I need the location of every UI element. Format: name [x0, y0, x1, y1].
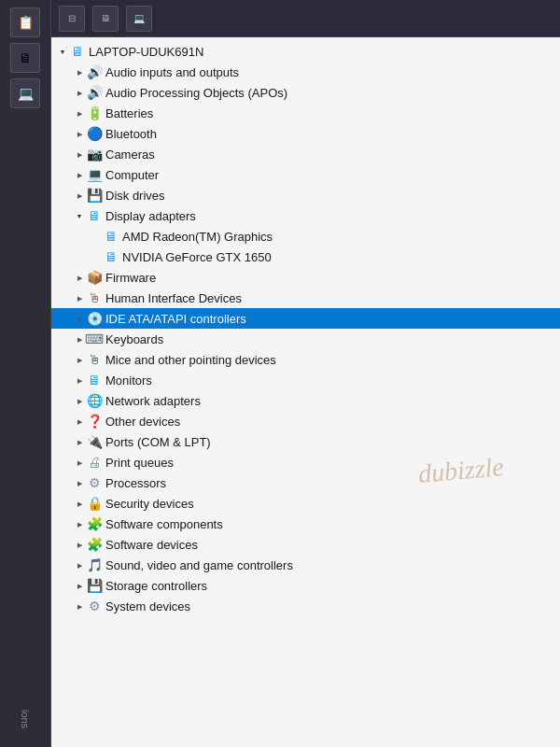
hid-expander	[72, 290, 87, 305]
tree-item-sound[interactable]: 🎵Sound, video and game controllers	[51, 555, 560, 575]
bluetooth-icon: 🔵	[87, 126, 102, 141]
tree-item-ide[interactable]: 💿IDE ATA/ATAPI controllers	[51, 308, 560, 329]
tree-item-batteries[interactable]: 🔋Batteries	[51, 103, 560, 123]
display-expander	[72, 208, 87, 223]
other-icon: ❓	[87, 414, 102, 429]
storage-label: Storage controllers	[105, 579, 207, 593]
bluetooth-expander	[72, 126, 87, 141]
sw-devices-icon: 🧩	[87, 537, 102, 552]
system-expander	[72, 599, 87, 613]
ide-label: IDE ATA/ATAPI controllers	[105, 312, 246, 326]
firmware-label: Firmware	[105, 271, 156, 285]
root-label: LAPTOP-UDUK691N	[89, 45, 203, 59]
computer-label: Computer	[105, 168, 159, 182]
sw-components-expander	[72, 516, 87, 531]
mice-expander	[72, 352, 87, 367]
tree-item-keyboards[interactable]: ⌨Keyboards	[51, 329, 560, 349]
sw-components-label: Software components	[105, 517, 223, 531]
tree-items: 🔊Audio inputs and outputs🔊Audio Processi…	[51, 62, 560, 616]
tree-item-processors[interactable]: ⚙Processors	[51, 472, 560, 493]
root-computer-icon: 🖥	[70, 44, 85, 59]
sound-label: Sound, video and game controllers	[105, 558, 293, 572]
tree-item-print[interactable]: 🖨Print queues	[51, 452, 560, 472]
tree-container: 🖥 LAPTOP-UDUK691N 🔊Audio inputs and outp…	[51, 37, 560, 620]
toolbar-btn-1[interactable]: ⊟	[59, 6, 85, 32]
tree-item-disk[interactable]: 💾Disk drives	[51, 185, 560, 205]
sw-devices-label: Software devices	[105, 538, 198, 552]
tree-item-ports[interactable]: 🔌Ports (COM & LPT)	[51, 431, 560, 452]
amd-label: AMD Radeon(TM) Graphics	[122, 230, 273, 244]
tree-item-security[interactable]: 🔒Security devices	[51, 493, 560, 514]
security-label: Security devices	[105, 497, 194, 511]
cameras-label: Cameras	[105, 148, 155, 162]
tree-item-network[interactable]: 🌐Network adapters	[51, 390, 560, 411]
print-expander	[72, 455, 87, 470]
tree-item-bluetooth[interactable]: 🔵Bluetooth	[51, 123, 560, 144]
firmware-icon: 📦	[87, 270, 102, 285]
sw-devices-expander	[72, 537, 87, 552]
tree-item-hid[interactable]: 🖱Human Interface Devices	[51, 288, 560, 308]
main-panel: ⊟ 🖥 💻 🖥 LAPTOP-UDUK691N 🔊Audio inputs an…	[51, 0, 560, 747]
tree-item-display[interactable]: 🖥Display adapters	[51, 205, 560, 226]
mice-icon: 🖱	[87, 352, 102, 367]
tree-item-nvidia[interactable]: 🖥NVIDIA GeForce GTX 1650	[51, 247, 560, 267]
bluetooth-label: Bluetooth	[105, 127, 157, 141]
tree-root-item[interactable]: 🖥 LAPTOP-UDUK691N	[51, 41, 560, 62]
batteries-label: Batteries	[105, 106, 153, 120]
sw-components-icon: 🧩	[87, 516, 102, 531]
mice-label: Mice and other pointing devices	[105, 353, 276, 367]
toolbar-btn-2[interactable]: 🖥	[92, 6, 119, 32]
tree-item-storage[interactable]: 💾Storage controllers	[51, 575, 560, 596]
disk-expander	[72, 188, 87, 203]
other-label: Other devices	[105, 415, 180, 429]
tree-item-sw-devices[interactable]: 🧩Software devices	[51, 534, 560, 555]
toolbar-icon-2: 🖥	[101, 13, 110, 23]
nvidia-expander	[89, 249, 104, 264]
monitors-icon: 🖥	[87, 373, 102, 388]
security-icon: 🔒	[87, 496, 102, 511]
security-expander	[72, 496, 87, 511]
left-panel-text: ions	[20, 710, 31, 728]
audio-proc-label: Audio Processing Objects (APOs)	[105, 86, 287, 100]
amd-expander	[89, 229, 104, 244]
processors-label: Processors	[105, 476, 166, 490]
tree-item-amd[interactable]: 🖥AMD Radeon(TM) Graphics	[51, 226, 560, 247]
tree-item-cameras[interactable]: 📷Cameras	[51, 144, 560, 164]
cameras-expander	[72, 147, 87, 162]
audio-io-expander	[72, 64, 87, 79]
cameras-icon: 📷	[87, 147, 102, 162]
tree-item-monitors[interactable]: 🖥Monitors	[51, 370, 560, 390]
system-label: System devices	[105, 599, 190, 613]
system-icon: ⚙	[87, 599, 102, 613]
sidebar-icon-2[interactable]: 🖥	[10, 43, 40, 73]
tree-item-firmware[interactable]: 📦Firmware	[51, 267, 560, 288]
computer-icon: 💻	[87, 167, 102, 182]
batteries-icon: 🔋	[87, 106, 102, 120]
ports-expander	[72, 434, 87, 449]
processors-expander	[72, 475, 87, 490]
tree-item-audio-io[interactable]: 🔊Audio inputs and outputs	[51, 62, 560, 82]
sidebar-icon-3[interactable]: 💻	[10, 78, 40, 108]
computer-expander	[72, 167, 87, 182]
toolbar-icon-3: 💻	[133, 13, 145, 23]
batteries-expander	[72, 106, 87, 120]
print-icon: 🖨	[87, 455, 102, 470]
tree-item-system[interactable]: ⚙System devices	[51, 596, 560, 616]
ports-icon: 🔌	[87, 434, 102, 449]
tree-item-other[interactable]: ❓Other devices	[51, 411, 560, 431]
monitors-expander	[72, 373, 87, 388]
storage-expander	[72, 578, 87, 593]
device-manager-tree[interactable]: 🖥 LAPTOP-UDUK691N 🔊Audio inputs and outp…	[51, 37, 560, 747]
nvidia-icon: 🖥	[104, 249, 119, 264]
disk-label: Disk drives	[105, 189, 165, 203]
storage-icon: 💾	[87, 578, 102, 593]
ide-icon: 💿	[87, 311, 102, 326]
keyboards-label: Keyboards	[105, 332, 163, 346]
tree-item-mice[interactable]: 🖱Mice and other pointing devices	[51, 349, 560, 370]
tree-item-computer[interactable]: 💻Computer	[51, 164, 560, 185]
tree-item-audio-proc[interactable]: 🔊Audio Processing Objects (APOs)	[51, 82, 560, 103]
amd-icon: 🖥	[104, 229, 119, 244]
sidebar-icon-1[interactable]: 📋	[10, 7, 40, 37]
toolbar-btn-3[interactable]: 💻	[126, 6, 152, 32]
tree-item-sw-components[interactable]: 🧩Software components	[51, 514, 560, 534]
